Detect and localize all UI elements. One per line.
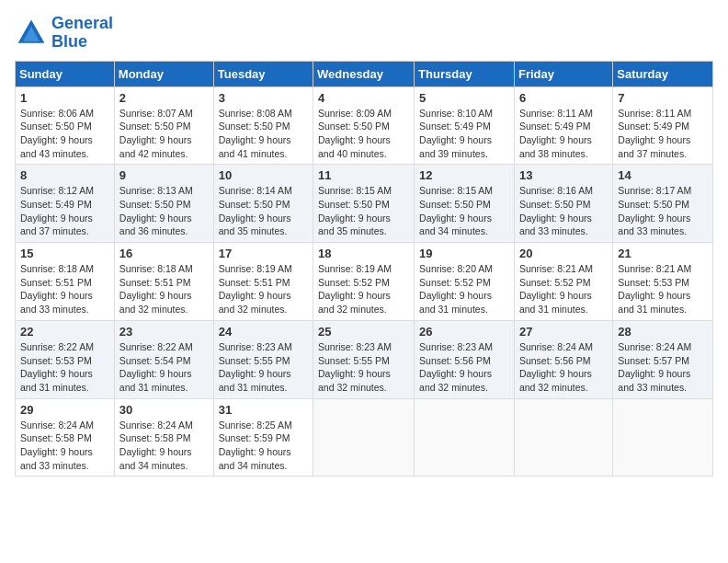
- weekday-header: Monday: [114, 61, 213, 86]
- calendar-week-row: 22Sunrise: 8:22 AM Sunset: 5:53 PM Dayli…: [16, 320, 713, 398]
- day-number: 21: [618, 247, 708, 260]
- calendar-cell: 10Sunrise: 8:14 AM Sunset: 5:50 PM Dayli…: [213, 165, 313, 243]
- day-number: 12: [419, 168, 509, 182]
- calendar-cell: 5Sunrise: 8:10 AM Sunset: 5:49 PM Daylig…: [415, 86, 515, 165]
- logo-blue: Blue: [51, 32, 87, 51]
- day-info: Sunrise: 8:15 AM Sunset: 5:50 PM Dayligh…: [318, 184, 409, 238]
- day-info: Sunrise: 8:12 AM Sunset: 5:49 PM Dayligh…: [20, 184, 109, 238]
- day-info: Sunrise: 8:06 AM Sunset: 5:50 PM Dayligh…: [20, 107, 109, 161]
- day-number: 30: [119, 403, 209, 417]
- calendar-week-row: 1Sunrise: 8:06 AM Sunset: 5:50 PM Daylig…: [16, 86, 713, 165]
- day-number: 16: [119, 247, 209, 260]
- day-info: Sunrise: 8:11 AM Sunset: 5:49 PM Dayligh…: [519, 107, 608, 161]
- logo-text: General Blue: [51, 15, 113, 52]
- day-number: 5: [419, 91, 509, 105]
- calendar-cell: 18Sunrise: 8:19 AM Sunset: 5:52 PM Dayli…: [313, 243, 415, 321]
- day-info: Sunrise: 8:19 AM Sunset: 5:52 PM Dayligh…: [318, 262, 409, 316]
- calendar-cell: 20Sunrise: 8:21 AM Sunset: 5:52 PM Dayli…: [514, 243, 612, 321]
- day-info: Sunrise: 8:11 AM Sunset: 5:49 PM Dayligh…: [618, 107, 708, 161]
- calendar-cell: 31Sunrise: 8:25 AM Sunset: 5:59 PM Dayli…: [213, 398, 313, 477]
- day-info: Sunrise: 8:18 AM Sunset: 5:51 PM Dayligh…: [20, 262, 109, 316]
- day-info: Sunrise: 8:14 AM Sunset: 5:50 PM Dayligh…: [219, 184, 308, 238]
- day-info: Sunrise: 8:19 AM Sunset: 5:51 PM Dayligh…: [219, 262, 308, 316]
- logo-icon: [15, 17, 48, 50]
- day-info: Sunrise: 8:13 AM Sunset: 5:50 PM Dayligh…: [119, 184, 209, 238]
- day-number: 22: [20, 325, 109, 339]
- calendar-cell: 24Sunrise: 8:23 AM Sunset: 5:55 PM Dayli…: [213, 320, 313, 398]
- calendar-cell: 26Sunrise: 8:23 AM Sunset: 5:56 PM Dayli…: [415, 320, 515, 398]
- day-number: 14: [618, 168, 708, 182]
- calendar-cell: 29Sunrise: 8:24 AM Sunset: 5:58 PM Dayli…: [16, 398, 115, 477]
- calendar-cell: 11Sunrise: 8:15 AM Sunset: 5:50 PM Dayli…: [313, 165, 415, 243]
- day-info: Sunrise: 8:07 AM Sunset: 5:50 PM Dayligh…: [119, 107, 209, 161]
- calendar-cell: 3Sunrise: 8:08 AM Sunset: 5:50 PM Daylig…: [213, 86, 313, 165]
- weekday-header: Tuesday: [213, 61, 313, 86]
- calendar-cell: 27Sunrise: 8:24 AM Sunset: 5:56 PM Dayli…: [514, 320, 612, 398]
- weekday-header: Wednesday: [313, 61, 415, 86]
- day-number: 2: [119, 91, 209, 105]
- day-info: Sunrise: 8:23 AM Sunset: 5:56 PM Dayligh…: [419, 340, 509, 395]
- calendar-week-row: 8Sunrise: 8:12 AM Sunset: 5:49 PM Daylig…: [16, 165, 713, 243]
- day-number: 24: [219, 325, 308, 339]
- day-info: Sunrise: 8:23 AM Sunset: 5:55 PM Dayligh…: [219, 340, 308, 395]
- day-number: 31: [219, 403, 308, 417]
- day-info: Sunrise: 8:21 AM Sunset: 5:53 PM Dayligh…: [618, 262, 708, 316]
- logo-general: General: [51, 14, 113, 32]
- day-number: 4: [318, 91, 409, 105]
- day-info: Sunrise: 8:15 AM Sunset: 5:50 PM Dayligh…: [419, 184, 509, 238]
- calendar-cell: 30Sunrise: 8:24 AM Sunset: 5:58 PM Dayli…: [114, 398, 213, 477]
- day-info: Sunrise: 8:10 AM Sunset: 5:49 PM Dayligh…: [419, 107, 509, 161]
- day-number: 9: [119, 168, 209, 182]
- calendar-cell: 15Sunrise: 8:18 AM Sunset: 5:51 PM Dayli…: [16, 243, 115, 321]
- day-number: 11: [318, 168, 409, 182]
- day-number: 19: [419, 247, 509, 260]
- calendar-cell: 1Sunrise: 8:06 AM Sunset: 5:50 PM Daylig…: [16, 86, 115, 165]
- day-number: 27: [519, 325, 608, 339]
- calendar-cell: 2Sunrise: 8:07 AM Sunset: 5:50 PM Daylig…: [114, 86, 213, 165]
- day-number: 3: [219, 91, 308, 105]
- day-number: 18: [318, 247, 409, 260]
- calendar-cell: 12Sunrise: 8:15 AM Sunset: 5:50 PM Dayli…: [415, 165, 515, 243]
- day-number: 6: [519, 91, 608, 105]
- day-info: Sunrise: 8:16 AM Sunset: 5:50 PM Dayligh…: [519, 184, 608, 238]
- day-number: 13: [519, 168, 608, 182]
- day-info: Sunrise: 8:24 AM Sunset: 5:56 PM Dayligh…: [519, 340, 608, 395]
- day-number: 26: [419, 325, 509, 339]
- calendar-week-row: 15Sunrise: 8:18 AM Sunset: 5:51 PM Dayli…: [16, 243, 713, 321]
- calendar-cell: 28Sunrise: 8:24 AM Sunset: 5:57 PM Dayli…: [613, 320, 713, 398]
- calendar-cell: 13Sunrise: 8:16 AM Sunset: 5:50 PM Dayli…: [514, 165, 612, 243]
- calendar-cell: [415, 398, 515, 477]
- day-number: 23: [119, 325, 209, 339]
- day-number: 28: [618, 325, 708, 339]
- day-info: Sunrise: 8:20 AM Sunset: 5:52 PM Dayligh…: [419, 262, 509, 316]
- day-number: 8: [20, 168, 109, 182]
- weekday-header: Sunday: [16, 61, 115, 86]
- weekday-header: Thursday: [415, 61, 515, 86]
- calendar-cell: 16Sunrise: 8:18 AM Sunset: 5:51 PM Dayli…: [114, 243, 213, 321]
- day-info: Sunrise: 8:24 AM Sunset: 5:58 PM Dayligh…: [119, 419, 209, 473]
- calendar-cell: 23Sunrise: 8:22 AM Sunset: 5:54 PM Dayli…: [114, 320, 213, 398]
- day-number: 29: [20, 403, 109, 417]
- calendar-cell: 6Sunrise: 8:11 AM Sunset: 5:49 PM Daylig…: [514, 86, 612, 165]
- day-info: Sunrise: 8:25 AM Sunset: 5:59 PM Dayligh…: [219, 419, 308, 473]
- day-info: Sunrise: 8:09 AM Sunset: 5:50 PM Dayligh…: [318, 107, 409, 161]
- calendar-cell: [514, 398, 612, 477]
- calendar-cell: 4Sunrise: 8:09 AM Sunset: 5:50 PM Daylig…: [313, 86, 415, 165]
- calendar-cell: 14Sunrise: 8:17 AM Sunset: 5:50 PM Dayli…: [613, 165, 713, 243]
- day-info: Sunrise: 8:22 AM Sunset: 5:53 PM Dayligh…: [20, 340, 109, 395]
- day-info: Sunrise: 8:17 AM Sunset: 5:50 PM Dayligh…: [618, 184, 708, 238]
- day-number: 1: [20, 91, 109, 105]
- calendar-table: SundayMondayTuesdayWednesdayThursdayFrid…: [15, 61, 713, 477]
- day-number: 10: [219, 168, 308, 182]
- calendar-cell: 8Sunrise: 8:12 AM Sunset: 5:49 PM Daylig…: [16, 165, 115, 243]
- day-number: 15: [20, 247, 109, 260]
- day-info: Sunrise: 8:23 AM Sunset: 5:55 PM Dayligh…: [318, 340, 409, 395]
- calendar-header-row: SundayMondayTuesdayWednesdayThursdayFrid…: [16, 61, 713, 86]
- weekday-header: Saturday: [613, 61, 713, 86]
- calendar-cell: 9Sunrise: 8:13 AM Sunset: 5:50 PM Daylig…: [114, 165, 213, 243]
- calendar-cell: [613, 398, 713, 477]
- day-info: Sunrise: 8:18 AM Sunset: 5:51 PM Dayligh…: [119, 262, 209, 316]
- page-header: General Blue: [15, 15, 713, 52]
- calendar-cell: 21Sunrise: 8:21 AM Sunset: 5:53 PM Dayli…: [613, 243, 713, 321]
- calendar-cell: 19Sunrise: 8:20 AM Sunset: 5:52 PM Dayli…: [415, 243, 515, 321]
